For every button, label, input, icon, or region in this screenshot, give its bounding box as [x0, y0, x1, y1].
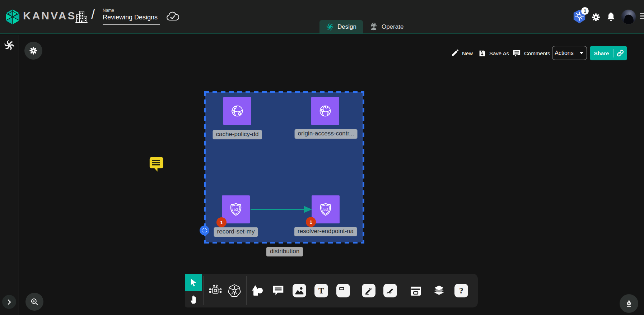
- error-badge-resolver-endpoint[interactable]: 1: [306, 217, 316, 227]
- node-label-resolver-endpoint[interactable]: resolver-endpoint-na: [294, 227, 357, 236]
- layers-tool[interactable]: [432, 283, 446, 298]
- cloud-synced-icon: [166, 11, 179, 23]
- tab-operate-label: Operate: [382, 23, 403, 31]
- hamburger-icon[interactable]: [640, 13, 644, 20]
- design-canvas[interactable]: New Save As Comments Actions: [0, 35, 644, 315]
- chevron-down-icon: [579, 52, 584, 54]
- kubernetes-tool[interactable]: [227, 283, 242, 298]
- group-border-left: [204, 91, 206, 244]
- sketch-tool[interactable]: [383, 283, 397, 298]
- help-tool[interactable]: ?: [454, 283, 468, 298]
- group-label-distribution[interactable]: distribution: [266, 247, 303, 256]
- pan-tool[interactable]: [185, 291, 202, 307]
- kanvas-app: KANVAS / Name: [0, 0, 644, 315]
- text-tool[interactable]: T: [314, 283, 328, 298]
- breadcrumb-separator: /: [91, 7, 95, 22]
- comments-button[interactable]: Comments: [513, 46, 550, 60]
- comment-marker[interactable]: [148, 156, 164, 174]
- distribution-group[interactable]: cache-policy-dd origin-access-contr...: [204, 91, 364, 244]
- kubernetes-context-count-badge: 1: [581, 7, 589, 15]
- tab-design-label: Design: [337, 23, 356, 31]
- group-border-top: [204, 91, 364, 93]
- route53-number: 53: [323, 207, 328, 212]
- bottom-toolbar: T: [185, 274, 478, 307]
- node-label-cache-policy[interactable]: cache-policy-dd: [213, 130, 262, 139]
- tab-operate[interactable]: Operate: [363, 20, 410, 33]
- pen-mode-button[interactable]: [620, 294, 638, 313]
- sidebar-expand-button[interactable]: [2, 295, 16, 309]
- share-label: Share: [590, 46, 613, 60]
- node-label-record-set[interactable]: record-set-my: [214, 227, 258, 237]
- edge-record-set-to-resolver[interactable]: [250, 205, 313, 214]
- app-header: KANVAS / Name: [0, 0, 644, 34]
- zoom-in-button[interactable]: [25, 293, 43, 311]
- node-cache-policy[interactable]: [223, 97, 251, 125]
- new-button[interactable]: New: [451, 46, 473, 60]
- drawer-tool[interactable]: [409, 283, 423, 298]
- bell-icon[interactable]: [606, 11, 616, 24]
- new-label: New: [462, 50, 473, 56]
- pen-tool[interactable]: [361, 283, 376, 298]
- node-record-set[interactable]: 53: [222, 195, 250, 223]
- share-button[interactable]: Share: [590, 46, 627, 60]
- group-handle-icon: [202, 228, 207, 232]
- toolbar-divider: [357, 276, 357, 305]
- design-name-label: Name: [103, 8, 114, 13]
- tab-design[interactable]: Design: [319, 20, 363, 33]
- node-label-origin-access-control[interactable]: origin-access-contr...: [295, 129, 358, 139]
- help-tool-glyph: ?: [459, 286, 463, 296]
- design-name-input[interactable]: [103, 14, 160, 25]
- kanvas-logo-text: KANVAS: [23, 10, 76, 22]
- toolbar-divider: [246, 276, 247, 305]
- infrastructure-tool[interactable]: [208, 283, 223, 298]
- actions-dropdown-button[interactable]: Actions: [552, 46, 587, 60]
- route53-number: 53: [234, 207, 238, 212]
- comments-label: Comments: [524, 50, 550, 56]
- node-resolver-endpoint[interactable]: 53: [312, 195, 340, 223]
- building-icon[interactable]: [75, 10, 88, 25]
- comment-tool[interactable]: [271, 283, 285, 298]
- copy-link-button[interactable]: [613, 46, 627, 60]
- select-tool[interactable]: [185, 274, 202, 291]
- error-badge-record-set[interactable]: 1: [216, 217, 227, 227]
- panel-tool[interactable]: [336, 283, 350, 298]
- toolbar-divider: [403, 276, 403, 305]
- node-origin-access-control[interactable]: [311, 97, 339, 125]
- shapes-tool[interactable]: [250, 283, 265, 298]
- meshery-swirl-icon[interactable]: [4, 40, 15, 52]
- avatar[interactable]: [621, 9, 636, 24]
- flower-menu-button[interactable]: [24, 42, 42, 60]
- save-as-button[interactable]: Save As: [479, 46, 509, 60]
- group-border-bottom: [204, 242, 364, 244]
- actions-caret-button[interactable]: [576, 46, 587, 60]
- toolbar-divider: [203, 276, 204, 305]
- actions-label: Actions: [552, 46, 576, 60]
- text-tool-glyph: T: [318, 286, 324, 296]
- mode-tabs: Design Operate: [319, 20, 410, 33]
- left-sidebar: [0, 35, 19, 315]
- kubernetes-context-button[interactable]: 1: [573, 9, 589, 25]
- group-handle[interactable]: [200, 226, 209, 235]
- kanvas-logo-icon[interactable]: [5, 9, 20, 26]
- group-border-right: [363, 91, 364, 244]
- gear-icon[interactable]: [591, 12, 601, 24]
- save-as-label: Save As: [489, 50, 509, 56]
- image-tool[interactable]: [292, 283, 307, 298]
